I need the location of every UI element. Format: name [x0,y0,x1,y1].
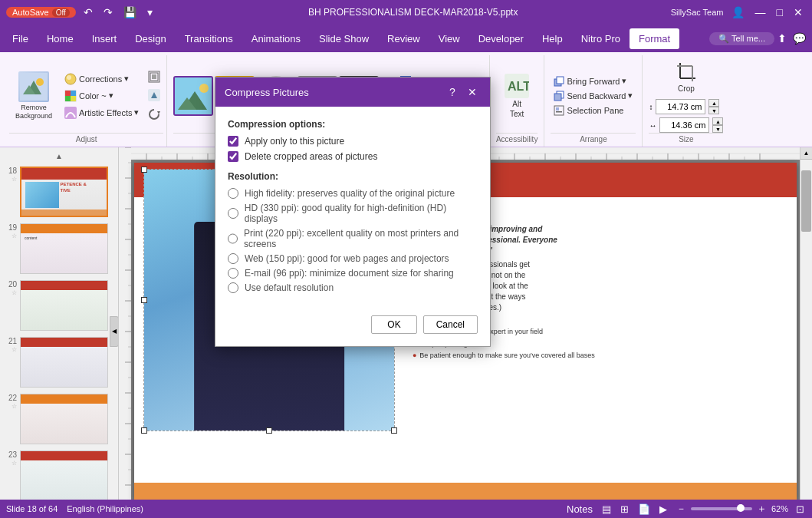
menu-home[interactable]: Home [38,28,83,49]
panel-scroll-up[interactable]: ▲ [3,150,115,162]
radio-hd-label: HD (330 ppi): good quality for high-defi… [245,203,478,224]
menu-format[interactable]: Format [630,28,679,49]
slide-thumb-22[interactable] [20,394,108,444]
slide-thumb-20[interactable] [20,280,108,331]
apply-only-checkbox[interactable] [228,136,238,147]
menu-help[interactable]: Help [533,28,572,49]
color-button[interactable]: Color ~ ▾ [61,88,142,104]
menu-developer[interactable]: Developer [469,28,533,49]
title-bar-left: AutoSave Off ↶ ↷ 💾 ▾ [6,6,156,18]
dialog-title: Compress Pictures [225,87,309,98]
menu-slideshow[interactable]: Slide Show [310,28,378,49]
ruler-left [119,147,131,515]
share-button[interactable]: ⬆ [774,32,790,45]
compress-pictures-button[interactable] [145,69,163,84]
slide-num-22: 22 [5,394,17,402]
slide-item-19[interactable]: 19 ☆ content [3,222,115,275]
dialog-overlay: Compress Pictures ? ✕ Compression option… [215,77,812,515]
menu-bar: File Home Insert Design Transitions Anim… [0,25,812,52]
maximize-button[interactable]: □ [774,6,786,18]
slide-item-20[interactable]: 20 ☆ [3,279,115,332]
resolution-title: Resolution: [228,171,478,182]
undo-button[interactable]: ↶ [81,6,96,18]
redo-button[interactable]: ↷ [100,6,116,18]
more-button[interactable]: ▾ [144,6,156,18]
remove-bg-label: Remove Background [15,104,52,120]
tell-me-button[interactable]: 🔍 Tell me... [709,32,774,45]
menu-transitions[interactable]: Transitions [176,28,242,49]
radio-print[interactable] [228,233,238,244]
handle-tl[interactable] [141,167,147,173]
ribbon-group-content-adjust: Remove Background Corrections ▾ Color ~ … [9,58,163,133]
slide-item-21[interactable]: 21 ☆ [3,335,115,389]
adjust-group-label: Adjust [9,133,163,145]
remove-background-button[interactable]: Remove Background [9,68,58,124]
radio-email[interactable] [228,268,238,279]
dialog-close-button[interactable]: ✕ [464,84,481,101]
radio-row-2: HD (330 ppi): good quality for high-defi… [228,203,478,224]
resolution-section: Resolution: High fidelity: preserves qua… [228,171,478,293]
handle-bl[interactable] [141,427,147,434]
star-21: ☆ [12,346,17,353]
menu-review[interactable]: Review [378,28,429,49]
slide-num-18: 18 [5,167,17,175]
menu-file[interactable]: File [3,28,38,49]
handle-ml[interactable] [141,297,147,303]
radio-row-1: High fidelity: preserves quality of the … [228,188,478,199]
slide-item-23[interactable]: 23 ☆ [3,449,115,503]
slide-num-20: 20 [5,280,17,289]
radio-high-fidelity[interactable] [228,188,238,199]
profile-button[interactable]: 👤 [728,6,748,18]
ribbon-group-adjust: Remove Background Corrections ▾ Color ~ … [3,55,167,147]
artistic-effects-button[interactable]: Artistic Effects ▾ [61,105,142,120]
apply-only-label[interactable]: Apply only to this picture [245,136,344,147]
reset-picture-button[interactable] [145,107,163,122]
slide-thumb-21[interactable] [20,337,108,388]
menu-insert[interactable]: Insert [83,28,127,49]
compression-options-title: Compression options: [228,119,478,130]
autosave-toggle[interactable]: AutoSave Off [6,7,76,18]
compress-controls [145,69,163,123]
menu-view[interactable]: View [429,28,469,49]
minimize-button[interactable]: — [752,6,769,18]
slide-thumb-23[interactable] [20,450,108,501]
svg-rect-8 [71,91,76,96]
svg-rect-14 [152,74,156,79]
dialog-help-button[interactable]: ? [444,84,461,101]
radio-email-label: E-mail (96 ppi): minimize document size … [245,268,454,279]
dialog-title-bar: Compress Pictures ? ✕ [215,78,490,107]
slide-num-21: 21 [5,337,17,345]
radio-hd[interactable] [228,208,238,219]
dialog-title-buttons: ? ✕ [444,84,481,101]
svg-point-21 [199,84,209,93]
slide-item-22[interactable]: 22 ☆ [3,392,115,446]
comments-button[interactable]: 💬 [790,32,809,45]
close-button[interactable]: ✕ [791,6,806,18]
slide-thumb-19[interactable]: content [20,223,108,274]
delete-cropped-label[interactable]: Delete cropped areas of pictures [245,151,377,162]
svg-rect-10 [71,96,76,101]
style-thumb-1[interactable] [173,76,213,116]
slide-panel: ▲ 18 ☆ PETENCE & TIVE [0,147,119,515]
panel-toggle[interactable]: ◀ [110,316,119,347]
title-bar-right: SillySac Team 👤 — □ ✕ [671,6,806,18]
svg-rect-7 [65,91,71,96]
menu-design[interactable]: Design [126,28,175,49]
save-button[interactable]: 💾 [120,6,140,18]
slide-thumb-18[interactable]: PETENCE & TIVE [20,167,108,217]
radio-web[interactable] [228,253,238,264]
radio-default-label: Use default resolution [245,282,334,293]
autosave-label: AutoSave [12,8,49,17]
radio-default[interactable] [228,282,238,293]
radio-print-label: Print (220 ppi): excellent quality on mo… [244,228,478,249]
menu-animations[interactable]: Animations [242,28,310,49]
cancel-button[interactable]: Cancel [423,315,478,334]
delete-cropped-checkbox[interactable] [228,151,238,162]
title-bar: AutoSave Off ↶ ↷ 💾 ▾ BH PROFESSIONALISM … [0,0,812,25]
ok-button[interactable]: OK [371,315,416,334]
radio-row-3: Print (220 ppi): excellent quality on mo… [228,228,478,249]
change-picture-button[interactable] [145,87,163,103]
menu-nitro[interactable]: Nitro Pro [572,28,630,49]
corrections-button[interactable]: Corrections ▾ [61,71,142,87]
slide-item-18[interactable]: 18 ☆ PETENCE & TIVE [3,165,115,219]
